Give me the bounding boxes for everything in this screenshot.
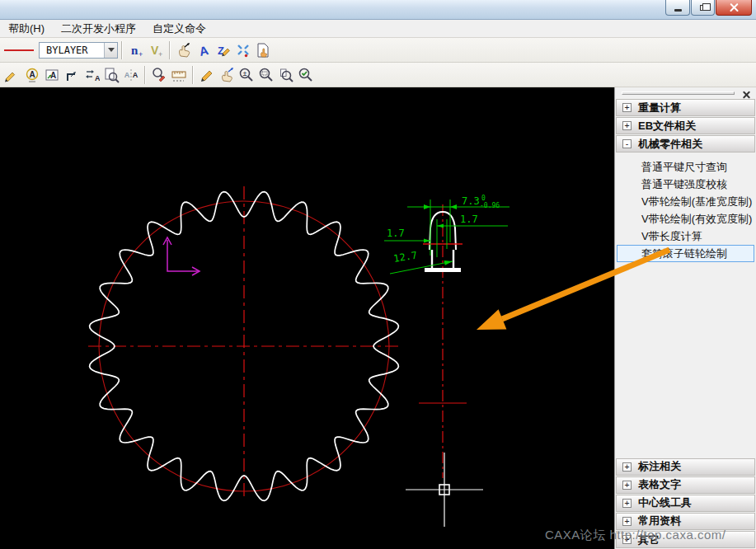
toolbar-separator xyxy=(192,66,194,84)
zoom-pen-icon[interactable] xyxy=(149,65,169,85)
section-label: 中心线工具 xyxy=(638,495,692,510)
scatter-points-icon[interactable] xyxy=(233,40,253,60)
panel-close-icon[interactable] xyxy=(742,90,751,99)
frame-a-icon[interactable]: A xyxy=(42,65,62,85)
close-icon xyxy=(730,3,739,12)
layer-combo[interactable]: BYLAYER xyxy=(39,42,118,59)
magnet-n-plus-icon[interactable]: n+ xyxy=(126,40,146,60)
item-flat-key-strength-check[interactable]: 普通平键强度校核 xyxy=(617,176,754,193)
panel-section-other[interactable]: + 其它 xyxy=(616,531,755,548)
zoom-document-icon[interactable] xyxy=(101,65,121,85)
svg-text:+: + xyxy=(139,50,143,59)
minimize-icon xyxy=(674,9,682,12)
section-label: 标注相关 xyxy=(638,459,681,474)
ruler-icon[interactable] xyxy=(169,65,189,85)
tooth-section-view xyxy=(419,204,467,478)
expand-icon[interactable]: + xyxy=(622,103,632,112)
item-vbelt-pulley-effective-width[interactable]: V带轮绘制(有效宽度制) xyxy=(617,210,754,228)
menu-item-dev-tools[interactable]: 二次开发小程序 xyxy=(53,20,144,38)
crosshair-cursor xyxy=(406,453,483,527)
zoom-window-icon[interactable] xyxy=(256,65,276,85)
toolbar-row-1: BYLAYER n+ V+ A Z xyxy=(0,38,756,63)
minimize-button[interactable] xyxy=(665,0,690,16)
v-style-plus-icon[interactable]: V+ xyxy=(146,40,166,60)
panel-section-dimension[interactable]: + 标注相关 xyxy=(616,458,755,476)
svg-text:A: A xyxy=(29,70,35,79)
zoom-dynamic-icon[interactable]: ± xyxy=(237,65,256,85)
linetype-preview xyxy=(2,42,37,59)
svg-text:+: + xyxy=(158,50,162,59)
title-bar xyxy=(0,0,756,20)
window-controls xyxy=(664,0,752,16)
section-label: 常用资料 xyxy=(638,514,681,528)
toolbar-row-2: A A A AA ± xyxy=(0,63,756,87)
close-button[interactable] xyxy=(716,0,752,16)
section-label: 其它 xyxy=(638,533,660,547)
panel-section-eb-files[interactable]: + EB文件相关 xyxy=(616,117,755,134)
zoom-verify-icon[interactable] xyxy=(296,65,316,85)
expand-icon[interactable]: + xyxy=(622,462,632,472)
pencil-draw-icon[interactable] xyxy=(197,65,217,85)
panel-section-centerline-tools[interactable]: + 中心线工具 xyxy=(616,495,755,512)
pencil-edge-icon[interactable] xyxy=(2,65,22,85)
expand-icon[interactable]: + xyxy=(622,499,632,508)
expand-icon[interactable]: + xyxy=(622,481,632,490)
svg-text:±: ± xyxy=(243,69,247,77)
swap-arrows-a-icon[interactable]: A xyxy=(82,65,101,85)
ucs-axis-icon xyxy=(163,237,200,275)
panel-section-weight-calc[interactable]: + 重量计算 xyxy=(616,99,755,116)
panel-filler xyxy=(615,273,756,458)
layer-combo-value: BYLAYER xyxy=(40,45,104,56)
circled-a-icon[interactable]: A xyxy=(22,65,42,85)
tool-palette-panel: + 重量计算 + EB文件相关 - 机械零件相关 普通平键尺寸查询 普通平键强度… xyxy=(614,87,756,549)
item-vbelt-pulley-datum-width[interactable]: V带轮绘制(基准宽度制) xyxy=(617,193,754,210)
dim-right: 1.7 xyxy=(460,214,478,225)
mirror-a-icon[interactable]: AA xyxy=(121,65,141,85)
menu-item-help[interactable]: 帮助(H) xyxy=(0,20,53,38)
drawing-canvas[interactable]: 7.3 0 -0.96 1.7 1.7 12.7 xyxy=(0,87,614,549)
sprocket-front-view xyxy=(88,186,401,500)
toolbar-separator xyxy=(169,41,171,59)
panel-header-strip xyxy=(615,87,756,99)
edit-text-z-icon[interactable]: Z xyxy=(214,40,233,60)
page-hand-icon[interactable] xyxy=(253,40,273,60)
corner-arrow-icon[interactable] xyxy=(62,65,82,85)
dim-width-tol-top: 0 xyxy=(481,195,486,202)
svg-text:A: A xyxy=(198,43,209,59)
toolbar-separator xyxy=(144,66,146,84)
panel-section-table-text[interactable]: + 表格文字 xyxy=(616,476,755,494)
svg-text:n: n xyxy=(131,44,139,57)
restore-icon xyxy=(700,5,707,11)
dim-width-main: 7.3 xyxy=(462,195,480,207)
dim-left: 1.7 xyxy=(387,228,405,239)
dim-leader: 12.7 xyxy=(392,250,418,265)
item-flat-key-size-query[interactable]: 普通平键尺寸查询 xyxy=(617,158,754,176)
app-window: 帮助(H) 二次开发小程序 自定义命令 BYLAYER n+ V+ A Z A … xyxy=(0,0,756,549)
hand-pen-icon[interactable] xyxy=(217,65,237,85)
svg-text:A: A xyxy=(133,71,139,79)
item-vbelt-length-calc[interactable]: V带长度计算 xyxy=(617,228,754,245)
panel-grip[interactable] xyxy=(622,92,735,95)
zoom-page-icon[interactable] xyxy=(276,65,296,85)
section-label: 重量计算 xyxy=(638,101,681,115)
svg-text:A: A xyxy=(95,74,100,82)
section-label: EB文件相关 xyxy=(638,119,696,134)
panel-section-common-data[interactable]: + 常用资料 xyxy=(616,513,755,530)
item-roller-chain-sprocket-draw[interactable]: 套筒滚子链轮绘制 xyxy=(617,245,754,262)
expand-icon[interactable]: + xyxy=(622,121,632,130)
dimension-labels: 7.3 0 -0.96 1.7 1.7 12.7 xyxy=(387,195,500,265)
svg-text:A: A xyxy=(124,71,129,79)
chevron-down-icon[interactable] xyxy=(104,43,117,58)
restore-button[interactable] xyxy=(691,0,715,16)
toolbar-separator xyxy=(121,41,123,59)
mechanical-parts-items: 普通平键尺寸查询 普通平键强度校核 V带轮绘制(基准宽度制) V带轮绘制(有效宽… xyxy=(615,153,756,262)
panel-section-mechanical-parts[interactable]: - 机械零件相关 xyxy=(616,135,755,152)
expand-icon[interactable]: + xyxy=(622,535,632,544)
drag-hand-icon[interactable] xyxy=(174,40,194,60)
section-label: 表格文字 xyxy=(638,477,681,492)
expand-icon[interactable]: + xyxy=(622,517,632,526)
menu-item-custom-command[interactable]: 自定义命令 xyxy=(144,20,214,38)
dim-width-tol-bottom: -0.96 xyxy=(480,202,500,209)
collapse-icon[interactable]: - xyxy=(622,139,632,148)
text-style-a-icon[interactable]: A xyxy=(194,40,214,60)
